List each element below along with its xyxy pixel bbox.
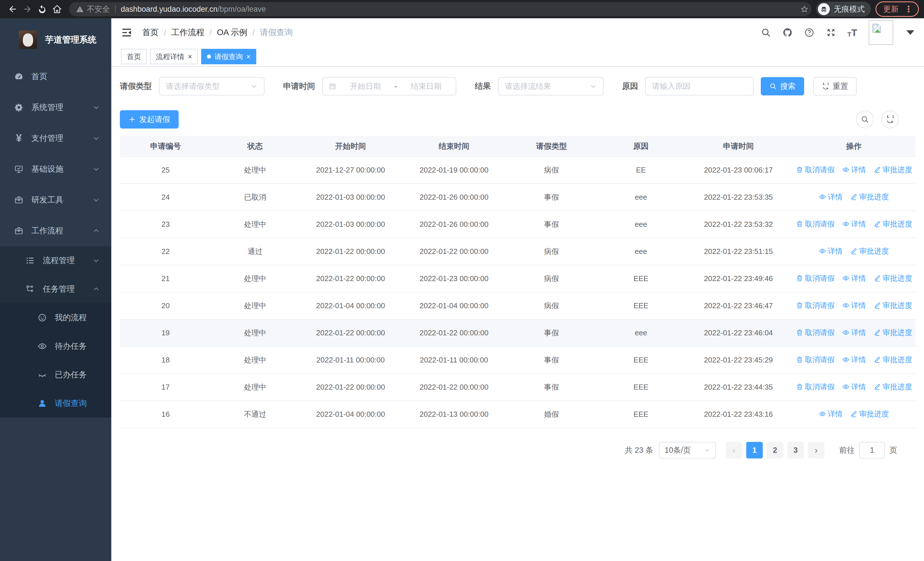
action-detail-link[interactable]: 详情 (842, 328, 866, 338)
fullscreen-icon[interactable] (826, 27, 836, 38)
action-detail-link[interactable]: 详情 (819, 192, 843, 202)
page-button-2[interactable]: 2 (767, 442, 783, 459)
breadcrumb-separator: / (210, 28, 212, 38)
action-progress-link[interactable]: 审批进度 (873, 355, 912, 365)
warning-icon (76, 5, 84, 13)
action-progress-link[interactable]: 审批进度 (850, 246, 889, 256)
tab-process-detail[interactable]: 流程详情 × (150, 49, 198, 64)
sidebar-item-process-mgmt[interactable]: 流程管理 (0, 246, 111, 275)
action-progress-link[interactable]: 审批进度 (850, 192, 889, 202)
breadcrumb-item[interactable]: 首页 (142, 27, 159, 38)
table-row[interactable]: 22 通过 2022-01-22 00:00:00 2022-01-22 00:… (120, 238, 915, 265)
browser-home-icon[interactable] (50, 2, 64, 17)
font-size-icon[interactable]: TT (848, 27, 857, 38)
table-row[interactable]: 19 处理中 2022-01-22 00:00:00 2022-01-22 00… (120, 319, 915, 346)
action-cancel-leave-link[interactable]: 取消请假 (796, 273, 835, 283)
sidebar-item-devtools[interactable]: 研发工具 (0, 185, 111, 215)
breadcrumb-item[interactable]: OA 示例 (217, 27, 247, 38)
table-row[interactable]: 20 处理中 2022-01-04 00:00:00 2022-01-04 00… (120, 292, 915, 319)
action-progress-link[interactable]: 审批进度 (873, 301, 912, 310)
browser-reload-icon[interactable] (35, 2, 50, 17)
action-cancel-leave-link[interactable]: 取消请假 (796, 355, 835, 365)
browser-forward-icon[interactable] (20, 2, 35, 17)
sidebar-item-payment[interactable]: ¥ 支付管理 (0, 123, 111, 154)
sidebar-item-todo-tasks[interactable]: 待办任务 (0, 332, 111, 361)
browser-back-icon[interactable] (5, 2, 20, 17)
page-size-select[interactable]: 10条/页 (659, 442, 716, 459)
action-detail-link[interactable]: 详情 (842, 355, 866, 365)
bookmark-star-icon[interactable] (800, 5, 809, 14)
address-bar[interactable]: 不安全 dashboard.yudao.iocoder.cn /bpm/oa/l… (69, 2, 812, 16)
browser-update-button[interactable]: 更新 ⋮ (876, 2, 919, 17)
page-button-1[interactable]: 1 (746, 442, 763, 459)
tab-home[interactable]: 首页 (121, 49, 147, 64)
eye-icon (37, 341, 47, 351)
next-page-button[interactable]: › (808, 442, 824, 459)
action-progress-link[interactable]: 审批进度 (873, 273, 912, 283)
close-icon[interactable]: × (188, 53, 192, 60)
navbar-actions: TT (761, 20, 914, 45)
action-cancel-leave-link[interactable]: 取消请假 (796, 382, 835, 392)
table-row[interactable]: 23 处理中 2022-01-03 00:00:00 2022-01-26 00… (120, 211, 915, 238)
action-detail-link[interactable]: 详情 (842, 219, 866, 229)
tab-leave-query[interactable]: 请假查询 × (201, 49, 256, 64)
action-cancel-leave-link[interactable]: 取消请假 (796, 165, 835, 175)
avatar-caret-icon[interactable] (906, 30, 914, 35)
close-icon[interactable]: × (246, 53, 250, 60)
sidebar-item-done-tasks[interactable]: 已办任务 (0, 361, 111, 389)
toggle-search-button[interactable] (856, 111, 874, 128)
reset-button[interactable]: 重置 (813, 77, 856, 95)
action-cancel-leave-link[interactable]: 取消请假 (796, 301, 835, 310)
action-detail-link[interactable]: 详情 (819, 246, 843, 256)
search-icon[interactable] (761, 27, 771, 38)
search-button[interactable]: 搜索 (761, 77, 804, 95)
tab-label: 请假查询 (214, 52, 243, 62)
sidebar-item-my-process[interactable]: 我的流程 (0, 303, 111, 332)
action-detail-link[interactable]: 详情 (842, 301, 866, 310)
action-progress-link[interactable]: 审批进度 (873, 219, 912, 229)
sidebar-item-task-mgmt[interactable]: 任务管理 (0, 275, 111, 303)
avatar[interactable] (868, 20, 893, 45)
action-progress-link[interactable]: 审批进度 (873, 382, 912, 392)
sidebar-item-system[interactable]: 系统管理 (0, 92, 111, 123)
action-cancel-leave-link[interactable]: 取消请假 (796, 219, 835, 229)
prev-page-button[interactable]: ‹ (726, 442, 742, 459)
action-detail-link[interactable]: 详情 (842, 165, 866, 175)
table-row[interactable]: 21 处理中 2022-01-22 00:00:00 2022-01-23 00… (120, 265, 915, 292)
action-progress-link[interactable]: 审批进度 (850, 409, 889, 419)
table-row[interactable]: 16 不通过 2022-01-04 00:00:00 2022-01-13 00… (120, 401, 915, 428)
create-leave-button[interactable]: 发起请假 (120, 110, 178, 129)
goto-page-input[interactable] (859, 442, 885, 459)
page-button-3[interactable]: 3 (787, 442, 804, 459)
help-icon[interactable] (804, 27, 814, 38)
sidebar-item-infra[interactable]: 基础设施 (0, 154, 111, 185)
apply-time-range-picker[interactable]: 开始日期 - 结束日期 (322, 77, 456, 95)
table-row[interactable]: 17 处理中 2022-01-22 00:00:00 2022-01-22 00… (120, 374, 915, 401)
browser-menu-icon[interactable]: ⋮ (904, 5, 913, 14)
browser-chrome: 不安全 dashboard.yudao.iocoder.cn /bpm/oa/l… (0, 0, 924, 18)
action-detail-link[interactable]: 详情 (842, 273, 866, 283)
table-row[interactable]: 25 处理中 2021-12-27 00:00:00 2022-01-19 00… (120, 156, 915, 183)
sidebar-item-workflow[interactable]: 工作流程 (0, 215, 111, 246)
result-select[interactable]: 请选择流结果 (498, 77, 603, 95)
github-icon[interactable] (783, 27, 793, 38)
cell-reason: eee (597, 319, 685, 346)
table-row[interactable]: 24 已取消 2022-01-03 00:00:00 2022-01-26 00… (120, 183, 915, 211)
table-row[interactable]: 18 处理中 2022-01-11 00:00:00 2022-01-11 00… (120, 346, 915, 374)
action-cancel-leave-link[interactable]: 取消请假 (796, 328, 835, 338)
refresh-table-button[interactable] (881, 111, 899, 128)
action-progress-link[interactable]: 审批进度 (873, 328, 912, 338)
breadcrumb-item[interactable]: 工作流程 (171, 27, 204, 38)
cell-actions: 取消请假详情审批进度 (792, 319, 915, 346)
sidebar-item-leave-query[interactable]: 请假查询 (0, 389, 111, 418)
sidebar-item-home[interactable]: 首页 (0, 61, 111, 92)
action-progress-link[interactable]: 审批进度 (873, 165, 912, 175)
reason-input[interactable] (645, 77, 754, 95)
security-warning[interactable]: 不安全 (76, 4, 110, 14)
sidebar-logo[interactable]: 芋道管理系统 (0, 18, 111, 61)
eye-icon (842, 302, 849, 309)
leave-type-select[interactable]: 请选择请假类型 (159, 77, 264, 95)
action-detail-link[interactable]: 详情 (819, 409, 843, 419)
action-detail-link[interactable]: 详情 (842, 382, 866, 392)
sidebar-toggle-icon[interactable] (121, 26, 134, 39)
